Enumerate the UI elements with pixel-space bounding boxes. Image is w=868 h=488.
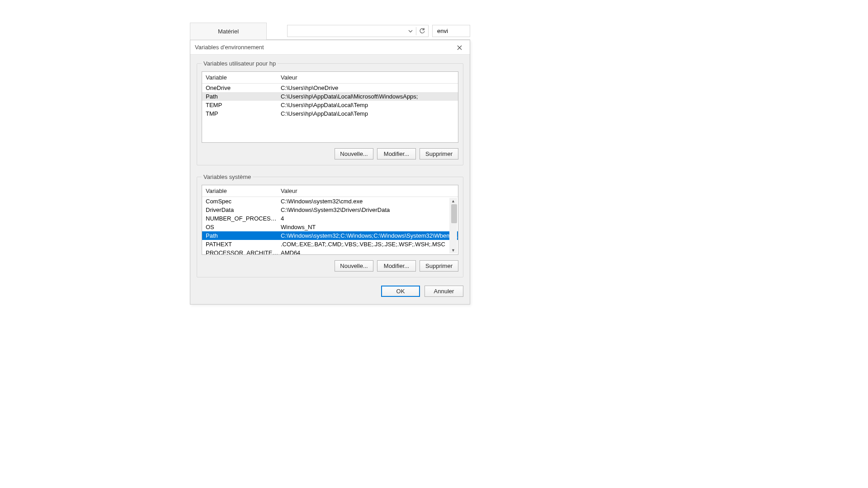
user-vars-list[interactable]: Variable Valeur OneDriveC:\Users\hp\OneD… <box>202 71 458 143</box>
var-value: C:\Windows\system32\cmd.exe <box>279 198 458 205</box>
var-name: OS <box>202 224 279 230</box>
var-value: C:\Users\hp\AppData\Local\Temp <box>279 102 458 108</box>
dialog-titlebar[interactable]: Variables d'environnement <box>190 40 470 55</box>
col-variable[interactable]: Variable <box>202 74 279 81</box>
table-row[interactable]: NUMBER_OF_PROCESSORS4 <box>202 214 458 223</box>
system-vars-legend: Variables système <box>202 174 253 180</box>
cancel-button[interactable]: Annuler <box>425 286 463 297</box>
close-icon <box>457 45 462 50</box>
system-vars-group: Variables système Variable Valeur ComSpe… <box>197 174 463 277</box>
user-new-button[interactable]: Nouvelle... <box>335 148 373 160</box>
table-row[interactable]: DriverDataC:\Windows\System32\Drivers\Dr… <box>202 206 458 214</box>
var-value: .COM;.EXE;.BAT;.CMD;.VBS;.VBE;.JS;.JSE;.… <box>279 241 458 248</box>
var-value: Windows_NT <box>279 224 458 230</box>
col-value[interactable]: Valeur <box>279 188 458 194</box>
var-value: C:\Users\hp\AppData\Local\Temp <box>279 110 458 117</box>
scroll-down-icon[interactable]: ▼ <box>450 247 456 253</box>
table-row[interactable]: PathC:\Windows\system32;C:\Windows;C:\Wi… <box>202 231 458 240</box>
system-new-button[interactable]: Nouvelle... <box>335 260 373 272</box>
var-value: AMD64 <box>279 249 458 255</box>
address-combo[interactable] <box>287 25 429 37</box>
table-row[interactable]: PATHEXT.COM;.EXE;.BAT;.CMD;.VBS;.VBE;.JS… <box>202 240 458 249</box>
var-name: ComSpec <box>202 198 279 205</box>
table-row[interactable]: TMPC:\Users\hp\AppData\Local\Temp <box>202 109 458 118</box>
var-value: C:\Users\hp\AppData\Local\Microsoft\Wind… <box>279 93 458 100</box>
user-vars-group: Variables utilisateur pour hp Variable V… <box>197 60 463 165</box>
var-value: C:\Windows\System32\Drivers\DriverData <box>279 206 458 213</box>
var-value: 4 <box>279 215 458 222</box>
table-row[interactable]: OneDriveC:\Users\hp\OneDrive <box>202 84 458 92</box>
scroll-thumb[interactable] <box>451 204 457 223</box>
table-row[interactable]: ComSpecC:\Windows\system32\cmd.exe <box>202 197 458 206</box>
address-toolbar <box>267 23 470 40</box>
var-name: TMP <box>202 110 279 117</box>
var-name: TEMP <box>202 102 279 108</box>
user-edit-button[interactable]: Modifier... <box>377 148 416 160</box>
list-header: Variable Valeur <box>202 185 458 197</box>
col-variable[interactable]: Variable <box>202 188 279 194</box>
ok-button[interactable]: OK <box>381 286 420 297</box>
system-edit-button[interactable]: Modifier... <box>377 260 416 272</box>
var-name: NUMBER_OF_PROCESSORS <box>202 215 279 222</box>
var-name: Path <box>202 93 279 100</box>
scroll-up-icon[interactable]: ▲ <box>450 198 456 204</box>
list-header: Variable Valeur <box>202 72 458 84</box>
table-row[interactable]: OSWindows_NT <box>202 223 458 231</box>
background-window-top: Matériel <box>190 23 470 40</box>
env-vars-dialog: Variables d'environnement Variables util… <box>190 40 470 305</box>
var-name: Path <box>202 232 279 239</box>
dialog-title: Variables d'environnement <box>195 44 264 51</box>
var-name: PATHEXT <box>202 241 279 248</box>
refresh-icon[interactable] <box>416 25 428 37</box>
user-vars-legend: Variables utilisateur pour hp <box>202 60 278 67</box>
col-value[interactable]: Valeur <box>279 74 458 81</box>
table-row[interactable]: PROCESSOR_ARCHITECTUREAMD64 <box>202 249 458 255</box>
system-delete-button[interactable]: Supprimer <box>420 260 458 272</box>
search-input[interactable] <box>436 27 466 35</box>
table-row[interactable]: PathC:\Users\hp\AppData\Local\Microsoft\… <box>202 92 458 101</box>
user-delete-button[interactable]: Supprimer <box>420 148 458 160</box>
search-box[interactable] <box>432 25 470 37</box>
table-row[interactable]: TEMPC:\Users\hp\AppData\Local\Temp <box>202 101 458 109</box>
hardware-tab-label: Matériel <box>218 28 239 35</box>
close-button[interactable] <box>449 40 470 55</box>
var-name: OneDrive <box>202 84 279 91</box>
var-name: DriverData <box>202 206 279 213</box>
var-value: C:\Users\hp\OneDrive <box>279 84 458 91</box>
var-value: C:\Windows\system32;C:\Windows;C:\Window… <box>279 232 458 239</box>
var-name: PROCESSOR_ARCHITECTURE <box>202 249 279 255</box>
hardware-tab[interactable]: Matériel <box>190 23 267 40</box>
system-vars-list[interactable]: Variable Valeur ComSpecC:\Windows\system… <box>202 185 458 255</box>
chevron-down-icon[interactable] <box>405 25 416 37</box>
